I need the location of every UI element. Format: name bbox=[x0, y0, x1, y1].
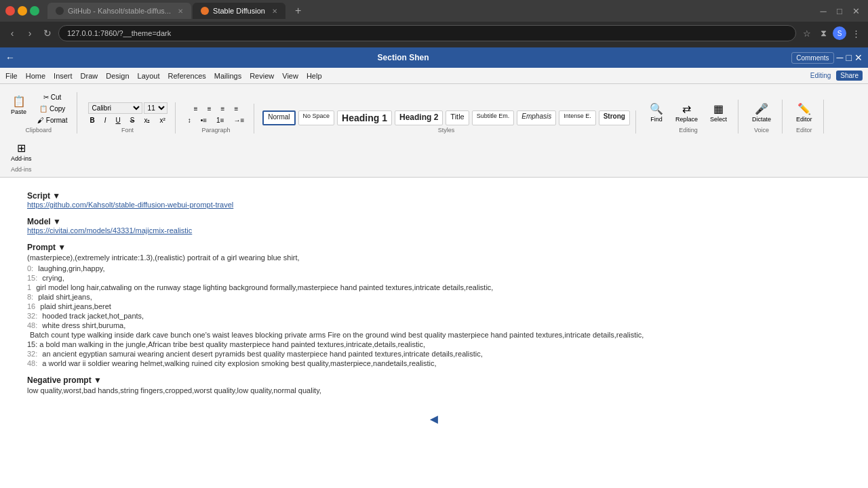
close-window-button[interactable] bbox=[5, 6, 15, 16]
cut-button[interactable]: ✂ Cut bbox=[33, 92, 71, 102]
line-spacing-button[interactable]: ↕ bbox=[184, 115, 195, 125]
copy-button[interactable]: 📋 Copy bbox=[33, 104, 71, 114]
menu-button[interactable]: ⋮ bbox=[849, 26, 863, 40]
replace-button[interactable]: ⇄ Replace bbox=[670, 100, 703, 125]
add-ins-button[interactable]: ⊞ Add-ins bbox=[5, 139, 37, 165]
menu-layout[interactable]: Layout bbox=[138, 72, 160, 80]
align-left-button[interactable]: ≡ bbox=[190, 104, 202, 114]
font-size-select[interactable]: 11 bbox=[144, 102, 167, 114]
paste-button[interactable]: 📋 Paste bbox=[5, 92, 32, 125]
browser-chrome: GitHub - Kahsolt/stable-diffus... ✕ Stab… bbox=[0, 0, 868, 47]
superscript-button[interactable]: x² bbox=[155, 115, 169, 125]
find-button[interactable]: 🔍 Find bbox=[644, 100, 669, 125]
doc-nav-row: ◄ bbox=[27, 405, 841, 434]
editor-button[interactable]: ✏️ Editor bbox=[791, 100, 818, 125]
doc-prompt-title[interactable]: Prompt ▼ bbox=[27, 243, 66, 252]
doc-item-ww2: 48: a world war ii soldier wearing helme… bbox=[27, 359, 841, 367]
align-justify-button[interactable]: ≡ bbox=[230, 104, 242, 114]
editor-label: Editor bbox=[796, 116, 812, 123]
dictate-label: Dictate bbox=[752, 116, 771, 123]
tab-close-sd[interactable]: ✕ bbox=[272, 7, 277, 15]
paragraph-label: Paragraph bbox=[202, 127, 231, 134]
editing-label: Editing bbox=[679, 127, 698, 134]
tab-close-github[interactable]: ✕ bbox=[178, 7, 183, 15]
script-title[interactable]: Script ▼ bbox=[27, 191, 60, 201]
word-back-button[interactable]: ← bbox=[5, 52, 15, 63]
menu-insert[interactable]: Insert bbox=[54, 72, 73, 80]
italic-button[interactable]: I bbox=[100, 115, 111, 125]
subscript-button[interactable]: x₂ bbox=[140, 115, 154, 125]
style-strong[interactable]: Strong bbox=[599, 110, 630, 125]
doc-negative-section: Negative prompt ▼ low quality,worst,bad … bbox=[27, 375, 841, 397]
menu-help[interactable]: Help bbox=[307, 72, 322, 80]
paste-icon: 📋 bbox=[12, 95, 26, 108]
ribbon-group-addins: ⊞ Add-ins Add-ins bbox=[5, 139, 37, 173]
address-input[interactable] bbox=[58, 25, 796, 41]
format-painter-button[interactable]: 🖌 Format bbox=[33, 115, 71, 125]
word-restore-button[interactable]: □ bbox=[846, 52, 852, 64]
align-center-button[interactable]: ≡ bbox=[203, 104, 216, 114]
select-button[interactable]: ▦ Select bbox=[705, 100, 732, 125]
word-minimize-button[interactable]: ─ bbox=[837, 52, 844, 64]
browser-tab-github[interactable]: GitHub - Kahsolt/stable-diffus... ✕ bbox=[47, 3, 191, 19]
word-close-button[interactable]: ✕ bbox=[854, 52, 863, 64]
style-normal[interactable]: Normal bbox=[262, 110, 295, 125]
forward-button[interactable]: › bbox=[23, 26, 37, 40]
menu-view[interactable]: View bbox=[282, 72, 298, 80]
addins-group-label: Add-ins bbox=[11, 166, 32, 173]
menu-home[interactable]: Home bbox=[26, 72, 45, 80]
ribbon-tab-clipboard-area bbox=[5, 87, 19, 89]
menu-mailings[interactable]: Mailings bbox=[214, 72, 241, 80]
bookmarks-button[interactable]: ☆ bbox=[800, 26, 814, 40]
new-tab-button[interactable]: + bbox=[290, 5, 307, 17]
menu-file[interactable]: File bbox=[5, 72, 18, 80]
style-no-space[interactable]: No Space bbox=[298, 110, 335, 125]
share-button[interactable]: Share bbox=[836, 70, 863, 81]
style-subtitle[interactable]: Subtitle Em. bbox=[472, 110, 515, 125]
minimize-browser-button[interactable]: ─ bbox=[816, 4, 830, 18]
style-h2[interactable]: Heading 2 bbox=[395, 110, 443, 125]
model-link[interactable]: https://civitai.com/models/43331/majicmi… bbox=[27, 226, 841, 235]
replace-label: Replace bbox=[675, 116, 698, 123]
profile-button[interactable]: S bbox=[833, 26, 846, 40]
browser-tab-sd[interactable]: Stable Diffusion ✕ bbox=[193, 3, 285, 19]
word-title-bar: ← Section Shen Comments ─ □ ✕ bbox=[0, 47, 868, 68]
back-button[interactable]: ‹ bbox=[5, 26, 19, 40]
model-title[interactable]: Model ▼ bbox=[27, 217, 61, 226]
model-section: Model ▼ https://civitai.com/models/43331… bbox=[27, 217, 841, 235]
script-link[interactable]: https://github.com/Kahsolt/stable-diffus… bbox=[27, 201, 841, 209]
word-editing-button[interactable]: Comments bbox=[791, 52, 833, 64]
bold-button[interactable]: B bbox=[85, 115, 98, 125]
style-intense[interactable]: Intense E. bbox=[559, 110, 596, 125]
editing-row: 🔍 Find ⇄ Replace ▦ Select bbox=[644, 100, 732, 125]
menu-draw[interactable]: Draw bbox=[81, 72, 98, 80]
style-title[interactable]: Title bbox=[446, 110, 469, 125]
restore-browser-button[interactable]: □ bbox=[833, 4, 846, 18]
font-row1: Calibri 11 bbox=[88, 102, 167, 114]
font-family-select[interactable]: Calibri bbox=[88, 102, 142, 114]
find-label: Find bbox=[650, 116, 663, 123]
numbering-button[interactable]: 1≡ bbox=[212, 115, 228, 125]
minimize-window-button[interactable] bbox=[18, 6, 27, 16]
menu-design[interactable]: Design bbox=[106, 72, 129, 80]
paste-label: Paste bbox=[11, 108, 26, 115]
dictate-button[interactable]: 🎤 Dictate bbox=[747, 100, 776, 125]
extensions-button[interactable]: ⧗ bbox=[816, 26, 830, 40]
align-right-button[interactable]: ≡ bbox=[217, 104, 229, 114]
underline-button[interactable]: U bbox=[111, 115, 124, 125]
strikethrough-button[interactable]: S bbox=[126, 115, 139, 125]
indent-button[interactable]: →≡ bbox=[229, 115, 248, 125]
doc-item-15: 15: crying, bbox=[27, 274, 841, 282]
menu-review[interactable]: Review bbox=[250, 72, 274, 80]
style-h1[interactable]: Heading 1 bbox=[337, 110, 392, 125]
font-label: Font bbox=[121, 127, 134, 134]
doc-nav-back-button[interactable]: ◄ bbox=[423, 410, 445, 428]
close-browser-button[interactable]: ✕ bbox=[849, 4, 863, 18]
comments-button[interactable]: Editing bbox=[810, 70, 831, 81]
reload-button[interactable]: ↻ bbox=[41, 26, 54, 40]
menu-references[interactable]: References bbox=[168, 72, 206, 80]
bullets-button[interactable]: •≡ bbox=[197, 115, 211, 125]
style-emphasis[interactable]: Emphasis bbox=[517, 110, 556, 125]
maximize-window-button[interactable] bbox=[30, 6, 39, 16]
word-ribbon: 📋 Paste ✂ Cut 📋 Copy 🖌 Format Clipboard … bbox=[0, 84, 868, 178]
